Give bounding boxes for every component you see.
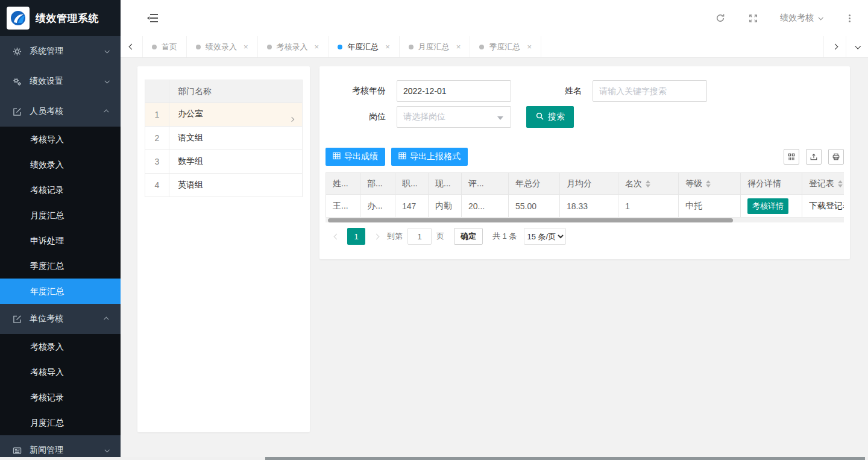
table-horizontal-scrollbar[interactable] [326,218,844,222]
tab-quarterly-summary[interactable]: 季度汇总 × [470,36,541,57]
sidebar-subitem-appeal-handling[interactable]: 申诉处理 [0,228,121,253]
col-grade[interactable]: 等级 [679,173,741,195]
sidebar-item-system-mgmt[interactable]: 系统管理 [0,36,121,66]
col-year: 评... [462,173,509,195]
post-field-label: 岗位 [326,112,386,122]
tab-dot-icon [409,45,414,49]
sort-icon[interactable] [706,180,711,187]
tab-close-icon[interactable]: × [456,42,461,51]
sort-icon[interactable] [838,180,843,187]
col-post: 现... [429,173,462,195]
workspace-dropdown[interactable]: 绩效考核 [780,13,822,24]
page-size-select[interactable]: 15 条/页 [524,228,566,245]
news-icon [12,446,22,456]
sidebar-subitem-monthly-summary[interactable]: 月度汇总 [0,203,121,228]
tabs-scroll-right-button[interactable] [823,36,846,57]
sort-icon[interactable] [646,180,650,187]
sidebar-item-unit-review[interactable]: 单位考核 [0,304,121,334]
dept-row-name[interactable]: 数学组 [169,150,303,174]
collapse-sidebar-icon[interactable] [147,14,158,22]
table-grid-icon [333,152,341,162]
sidebar-subitem-review-records[interactable]: 考核记录 [0,177,121,203]
scrollbar-thumb[interactable] [265,457,865,460]
post-select[interactable]: 请选择岗位 [397,106,511,128]
personnel-submenu: 考核导入 绩效录入 考核记录 月度汇总 申诉处理 季度汇总 年度汇总 [0,127,121,304]
sidebar-subitem-unit-monthly-summary[interactable]: 月度汇总 [0,410,121,435]
sidebar-item-label: 单位考核 [30,313,105,324]
tabs-menu-button[interactable] [846,36,868,57]
dept-row-name[interactable]: 英语组 [169,174,303,197]
dept-row-name[interactable]: 语文组 [169,127,303,150]
tabs-scroll-left-button[interactable] [121,36,143,57]
chevron-down-icon [104,447,109,452]
table-row[interactable]: 4 英语组 [145,174,303,197]
col-name: 姓... [326,173,360,195]
cell-month-avg: 18.33 [560,195,618,218]
sidebar-subitem-unit-review-records[interactable]: 考核记录 [0,385,121,410]
tab-close-icon[interactable]: × [315,42,319,51]
caret-down-icon [818,15,823,20]
name-search-input[interactable] [593,80,707,102]
sidebar-subitem-review-import[interactable]: 考核导入 [0,127,121,152]
search-button[interactable]: 搜索 [526,106,574,128]
current-page-button[interactable]: 1 [347,228,365,245]
filter-columns-icon[interactable] [784,149,799,165]
sidebar-subitem-perf-entry[interactable]: 绩效录入 [0,152,121,177]
cell-grade: 中托 [679,195,741,218]
year-field[interactable] [397,80,511,102]
filter-row-2: 岗位 请选择岗位 搜索 [326,106,844,128]
tab-close-icon[interactable]: × [244,42,248,51]
table-row[interactable]: 3 数学组 [145,150,303,174]
confirm-page-button[interactable]: 确定 [454,228,483,245]
cell-dept: 办... [360,195,395,218]
sidebar-item-personnel-review[interactable]: 人员考核 [0,96,121,127]
tab-close-icon[interactable]: × [527,42,532,51]
export-report-format-button[interactable]: 导出上报格式 [391,148,468,166]
dept-row-index: 2 [145,127,169,150]
tab-home[interactable]: 首页 [143,36,187,57]
sidebar-subitem-unit-review-import[interactable]: 考核导入 [0,359,121,385]
export-scores-button[interactable]: 导出成绩 [326,148,385,166]
sidebar-subitem-unit-review-entry[interactable]: 考核录入 [0,334,121,359]
sidebar-subitem-annual-summary[interactable]: 年度汇总 [0,279,121,304]
tab-dot-icon [479,45,484,49]
download-registration-link[interactable]: 下载登记表 [809,201,844,210]
tab-label: 月度汇总 [418,42,450,52]
sidebar-subitem-quarterly-summary[interactable]: 季度汇总 [0,253,121,279]
page-horizontal-scrollbar[interactable] [0,457,868,460]
cell-emp-no: 147 [395,195,429,218]
dept-index-header [145,80,169,103]
more-menu-icon[interactable] [844,13,855,24]
refresh-icon[interactable] [715,13,726,24]
tab-close-icon[interactable]: × [385,42,390,51]
review-detail-button[interactable]: 考核详情 [747,198,788,214]
goto-prefix-label: 到第 [387,231,403,242]
table-row[interactable]: 1 办公室 [145,103,303,127]
tab-dot-icon [196,45,201,49]
table-row[interactable]: 2 语文组 [145,127,303,150]
top-header: 绩效考核 [121,0,868,36]
tab-monthly-summary[interactable]: 月度汇总 × [400,36,471,57]
col-registration-form[interactable]: 登记表 [802,173,844,195]
dept-row-index: 3 [145,150,169,174]
tab-label: 考核录入 [277,42,308,52]
tab-dot-icon [267,45,272,49]
tab-dot-icon [338,45,342,49]
next-page-button[interactable] [370,235,382,239]
unit-submenu: 考核录入 考核导入 考核记录 月度汇总 [0,334,121,435]
fullscreen-icon[interactable] [747,13,758,24]
export-icon[interactable] [806,149,822,165]
dept-row-index: 1 [145,103,169,127]
sidebar-item-perf-settings[interactable]: 绩效设置 [0,66,121,96]
tab-annual-summary[interactable]: 年度汇总 × [329,36,400,57]
tab-review-entry[interactable]: 考核录入 × [258,36,329,57]
scrollbar-thumb[interactable] [328,218,733,222]
tab-perf-entry[interactable]: 绩效录入 × [187,36,258,57]
goto-page-input[interactable] [407,228,432,245]
print-icon[interactable] [828,149,844,165]
prev-page-button[interactable] [330,235,342,239]
col-rank[interactable]: 名次 [618,173,679,195]
sidebar-item-news-mgmt[interactable]: 新闻管理 [0,435,121,460]
app-logo-icon [7,7,30,30]
dept-row-name[interactable]: 办公室 [169,103,303,127]
